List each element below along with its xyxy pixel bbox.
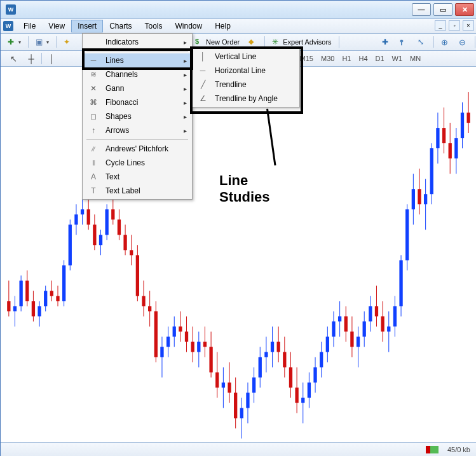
menu-charts[interactable]: Charts bbox=[103, 20, 138, 32]
svg-rect-63 bbox=[197, 342, 200, 352]
insert-fibonacci[interactable]: ⌘Fibonacci▸ bbox=[84, 95, 191, 109]
menu-label: Vertical Line bbox=[215, 52, 287, 61]
timeframe-h1[interactable]: H1 bbox=[338, 52, 355, 65]
svg-rect-15 bbox=[50, 291, 53, 296]
svg-rect-135 bbox=[418, 189, 421, 204]
menu-tools[interactable]: Tools bbox=[139, 20, 169, 32]
svg-rect-103 bbox=[320, 352, 323, 367]
svg-rect-27 bbox=[87, 209, 90, 225]
timeframe-mn[interactable]: MN bbox=[406, 52, 425, 65]
insert-arrows[interactable]: ↑Arrows▸ bbox=[84, 123, 191, 137]
lines-horizontal-line[interactable]: ─Horizontal Line bbox=[193, 64, 298, 78]
svg-rect-55 bbox=[173, 326, 176, 336]
insert-cycle-lines[interactable]: ⦀Cycle Lines bbox=[84, 156, 191, 170]
new-order-button[interactable]: New Order bbox=[192, 35, 243, 49]
mdi-restore[interactable]: ▫ bbox=[449, 20, 460, 31]
vline-tool[interactable]: │ bbox=[43, 52, 61, 66]
chevron-right-icon: ▸ bbox=[184, 113, 187, 120]
menu-help[interactable]: Help bbox=[208, 20, 237, 32]
insert-text-label[interactable]: TText Label bbox=[84, 184, 191, 198]
new-symbol-button[interactable]: ▾ bbox=[4, 35, 24, 49]
statusbar: 45/0 kb bbox=[1, 442, 476, 456]
menu-icon: ∠ bbox=[196, 94, 210, 103]
mdi-close[interactable]: × bbox=[463, 20, 474, 31]
svg-rect-7 bbox=[25, 280, 29, 301]
menu-label: Andrews' Pitchfork bbox=[105, 144, 179, 153]
bar1-button[interactable] bbox=[397, 35, 412, 49]
chart-area[interactable] bbox=[1, 67, 476, 442]
insert-text[interactable]: AText bbox=[84, 170, 191, 184]
lines-trendline[interactable]: ╱Trendline bbox=[193, 78, 298, 92]
insert-channels[interactable]: ≋Channels▸ bbox=[84, 67, 191, 81]
menu-label: Cycle Lines bbox=[105, 158, 179, 167]
app-icon: W bbox=[6, 4, 16, 15]
svg-rect-69 bbox=[215, 372, 219, 387]
market-watch-button[interactable] bbox=[60, 35, 76, 49]
svg-rect-91 bbox=[283, 352, 286, 367]
svg-rect-35 bbox=[111, 209, 114, 219]
menu-icon: ⫽ bbox=[86, 144, 100, 153]
lines-vertical-line[interactable]: │Vertical Line bbox=[193, 50, 298, 64]
svg-rect-133 bbox=[412, 189, 415, 209]
menu-label: Lines bbox=[105, 56, 179, 65]
svg-rect-117 bbox=[363, 321, 366, 336]
timeframe-h4[interactable]: H4 bbox=[355, 52, 371, 65]
chevron-right-icon: ▸ bbox=[184, 127, 187, 134]
insert-shapes[interactable]: ◻Shapes▸ bbox=[84, 109, 191, 123]
menu-view[interactable]: View bbox=[42, 20, 71, 32]
svg-rect-149 bbox=[461, 113, 464, 138]
chevron-right-icon: ▸ bbox=[184, 85, 187, 92]
svg-rect-33 bbox=[105, 209, 108, 235]
close-button[interactable]: ✕ bbox=[455, 3, 474, 16]
svg-rect-49 bbox=[154, 311, 158, 357]
expert-advisors-button[interactable]: Expert Advisors bbox=[269, 35, 334, 49]
chevron-right-icon: ▸ bbox=[184, 57, 187, 64]
insert-lines[interactable]: ─Lines▸ bbox=[84, 53, 191, 67]
menu-icon: ◻ bbox=[86, 112, 100, 121]
svg-rect-9 bbox=[32, 301, 35, 316]
svg-rect-11 bbox=[37, 306, 41, 316]
lines-trendline-by-angle[interactable]: ∠Trendline by Angle bbox=[193, 92, 298, 106]
zoom-in-button[interactable] bbox=[438, 35, 453, 49]
svg-rect-99 bbox=[308, 383, 311, 398]
svg-rect-87 bbox=[271, 342, 274, 352]
timeframe-d1[interactable]: D1 bbox=[372, 52, 388, 65]
svg-rect-139 bbox=[430, 148, 433, 194]
shift-button[interactable] bbox=[414, 35, 430, 49]
insert-gann[interactable]: ✕Gann▸ bbox=[84, 81, 191, 95]
menu-label: Arrows bbox=[105, 126, 179, 135]
lines-submenu[interactable]: │Vertical Line─Horizontal Line╱Trendline… bbox=[191, 48, 300, 107]
svg-rect-111 bbox=[344, 316, 348, 331]
svg-rect-53 bbox=[167, 336, 170, 347]
autotrading-button[interactable] bbox=[245, 35, 261, 49]
menu-window[interactable]: Window bbox=[169, 20, 209, 32]
maximize-button[interactable]: ▭ bbox=[433, 3, 452, 16]
svg-rect-45 bbox=[142, 296, 145, 306]
svg-rect-37 bbox=[118, 219, 121, 235]
timeframe-w1[interactable]: W1 bbox=[388, 52, 407, 65]
insert-indicators[interactable]: Indicators▸ bbox=[84, 35, 191, 49]
profiles-button[interactable]: ▾ bbox=[32, 35, 52, 49]
crosshair-tool[interactable]: ┼ bbox=[22, 52, 40, 66]
chevron-right-icon: ▸ bbox=[184, 99, 187, 106]
insert-andrews-pitchfork[interactable]: ⫽Andrews' Pitchfork bbox=[84, 142, 191, 156]
timeframe-m30[interactable]: M30 bbox=[317, 52, 338, 65]
app-window: W — ▭ ✕ W FileViewInsertChartsToolsWindo… bbox=[0, 0, 476, 456]
zoom-out-button[interactable] bbox=[456, 35, 471, 49]
mdi-minimize[interactable]: _ bbox=[435, 20, 446, 31]
menu-insert[interactable]: Insert bbox=[71, 20, 103, 32]
svg-rect-123 bbox=[381, 316, 384, 331]
svg-rect-79 bbox=[246, 393, 249, 408]
menu-label: Text Label bbox=[105, 186, 179, 195]
svg-rect-57 bbox=[179, 326, 182, 331]
svg-rect-25 bbox=[81, 209, 84, 214]
svg-rect-137 bbox=[424, 194, 427, 204]
svg-rect-39 bbox=[123, 235, 126, 250]
menu-icon: A bbox=[86, 172, 100, 181]
insert-menu[interactable]: Indicators▸─Lines▸≋Channels▸✕Gann▸⌘Fibon… bbox=[82, 33, 193, 200]
minimize-button[interactable]: — bbox=[412, 3, 431, 16]
crosshair-button[interactable] bbox=[379, 35, 394, 49]
svg-rect-3 bbox=[13, 306, 17, 311]
menu-file[interactable]: File bbox=[17, 20, 42, 32]
cursor-tool[interactable]: ↖ bbox=[4, 52, 22, 66]
